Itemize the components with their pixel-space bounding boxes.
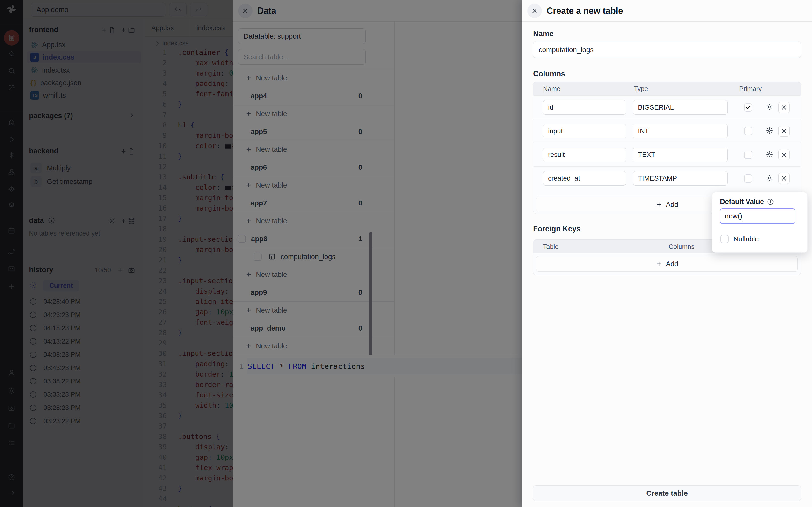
remove-column-button[interactable]: [778, 173, 790, 184]
column-settings-gear-icon[interactable]: [766, 174, 773, 181]
column-type-input[interactable]: TEXT: [633, 148, 728, 162]
column-row-result: result TEXT: [534, 143, 801, 166]
nullable-label: Nullable: [733, 235, 759, 243]
column-name-input[interactable]: created_at: [543, 171, 626, 186]
primary-checkbox[interactable]: [744, 127, 752, 135]
name-label: Name: [533, 30, 553, 38]
columns-rows: id BIGSERIAL input INT result TEXT creat…: [534, 95, 801, 190]
nullable-checkbox[interactable]: [720, 235, 729, 243]
column-name-input[interactable]: id: [543, 100, 626, 115]
plus-icon: [656, 261, 662, 267]
column-row-id: id BIGSERIAL: [534, 95, 801, 119]
column-type-input[interactable]: INT: [633, 124, 728, 138]
foreign-keys-label: Foreign Keys: [533, 225, 580, 233]
column-settings-gear-icon[interactable]: [766, 103, 773, 111]
column-type-input[interactable]: TIMESTAMP: [633, 171, 728, 186]
column-row-input: input INT: [534, 119, 801, 143]
primary-checkbox[interactable]: [744, 151, 752, 159]
plus-icon: [656, 201, 662, 208]
create-drawer-close-button[interactable]: [527, 4, 542, 18]
remove-column-button[interactable]: [778, 149, 790, 160]
remove-column-button[interactable]: [778, 102, 790, 113]
remove-column-button[interactable]: [778, 125, 790, 137]
columns-label: Columns: [533, 69, 565, 78]
close-icon: [531, 7, 539, 15]
create-table-button[interactable]: Create table: [533, 485, 801, 501]
nullable-row: Nullable: [720, 235, 759, 243]
column-settings-gear-icon[interactable]: [766, 127, 773, 134]
text-cursor: [743, 212, 743, 220]
column-row-created_at: created_at TIMESTAMP: [534, 166, 801, 190]
create-drawer-header: Create a new table: [522, 0, 812, 22]
primary-checkbox[interactable]: [744, 103, 752, 112]
table-name-input[interactable]: computation_logs: [533, 42, 801, 58]
column-name-input[interactable]: result: [543, 148, 626, 162]
default-value-input[interactable]: now(): [720, 208, 795, 224]
create-table-drawer: Create a new table Name computation_logs…: [522, 0, 812, 507]
columns-table-header: Name Type Primary: [534, 82, 801, 95]
column-settings-gear-icon[interactable]: [766, 151, 773, 158]
add-foreign-key-button[interactable]: Add: [536, 256, 798, 272]
create-drawer-title: Create a new table: [547, 0, 623, 22]
info-icon: [767, 198, 774, 206]
primary-checkbox[interactable]: [744, 174, 752, 182]
windmill-app-editor: frontend App.tsx 3index.css index.tsx { …: [0, 0, 812, 507]
default-value-popup: Default Value now() Nullable: [712, 192, 808, 252]
default-value-label: Default Value: [720, 198, 774, 206]
column-type-input[interactable]: BIGSERIAL: [633, 100, 728, 115]
column-name-input[interactable]: input: [543, 124, 626, 138]
